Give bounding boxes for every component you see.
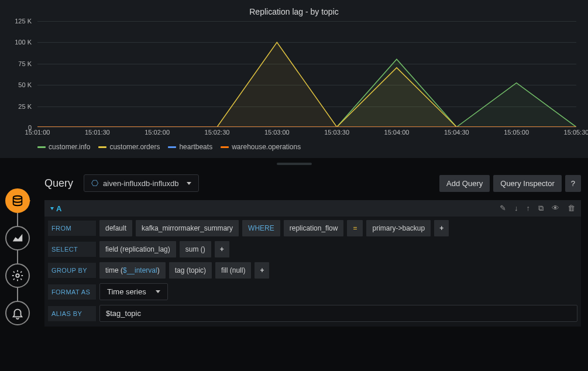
x-tick: 15:03:00: [264, 129, 290, 136]
tab-queries-icon[interactable]: [5, 188, 30, 213]
x-axis: 15:01:0015:01:3015:02:0015:02:3015:03:00…: [37, 129, 576, 138]
resize-handle[interactable]: [277, 163, 312, 165]
x-tick: 15:04:30: [444, 129, 469, 136]
rail-connector: [17, 250, 18, 263]
format-select[interactable]: Time series: [99, 283, 168, 300]
chevron-down-icon: [187, 182, 191, 185]
x-tick: 15:02:30: [205, 129, 230, 136]
from-row: FROM default kafka_mirrormaker_summary W…: [44, 218, 581, 239]
x-tick: 15:05:30: [564, 129, 588, 136]
query-ref-label: A: [50, 204, 61, 213]
chevron-down-icon: [156, 290, 160, 293]
add-query-button[interactable]: Add Query: [439, 175, 490, 192]
legend-swatch: [221, 146, 229, 148]
chart-title: Replication lag - by topic: [7, 5, 581, 21]
legend-swatch: [37, 146, 46, 148]
y-tick: 100 K: [15, 39, 32, 46]
toggle-visibility-icon[interactable]: 👁: [552, 204, 559, 213]
legend-item[interactable]: heartbeats: [168, 143, 212, 151]
help-button[interactable]: ?: [565, 175, 581, 192]
where-tagval-seg[interactable]: primary->backup: [366, 220, 431, 236]
x-tick: 15:01:30: [85, 129, 110, 136]
legend-swatch: [98, 146, 106, 148]
select-field-seg[interactable]: field (replication_lag): [99, 241, 176, 257]
tab-visualization-icon[interactable]: [5, 226, 30, 250]
chart-area[interactable]: 025 K50 K75 K100 K125 K 15:01:0015:01:30…: [7, 21, 581, 138]
x-tick: 15:01:00: [25, 129, 50, 136]
groupby-fill-seg[interactable]: fill (null): [215, 262, 251, 279]
svg-point-2: [13, 196, 22, 200]
query-section-title: Query: [44, 177, 73, 190]
tab-alert-icon[interactable]: [5, 301, 30, 325]
legend-label: customer.orders: [109, 143, 160, 151]
legend-label: customer.info: [49, 143, 90, 151]
x-tick: 15:02:00: [145, 129, 170, 136]
y-tick: 75 K: [18, 60, 32, 67]
query-row-header[interactable]: A ✎ ↓ ↑ ⧉ 👁 🗑: [44, 200, 581, 217]
datasource-picker[interactable]: ⎔ aiven-influxdb-influxdb: [84, 174, 199, 192]
legend-label: heartbeats: [179, 143, 212, 151]
query-body: FROM default kafka_mirrormaker_summary W…: [44, 217, 581, 327]
y-tick: 50 K: [18, 81, 32, 88]
format-value: Time series: [107, 287, 146, 296]
query-header-actions: Add Query Query Inspector ?: [439, 175, 581, 192]
from-label: FROM: [48, 221, 96, 236]
x-tick: 15:05:00: [504, 129, 529, 136]
select-row: SELECT field (replication_lag) sum () +: [44, 239, 581, 260]
duplicate-icon[interactable]: ⧉: [538, 204, 544, 213]
select-add-button[interactable]: +: [215, 241, 229, 257]
x-tick: 15:04:00: [384, 129, 410, 136]
legend-item[interactable]: customer.orders: [98, 143, 160, 151]
datasource-icon: ⎔: [91, 178, 98, 188]
select-label: SELECT: [48, 242, 96, 257]
alias-input[interactable]: [99, 305, 577, 322]
select-agg-seg[interactable]: sum (): [180, 241, 211, 257]
query-header: Query ⎔ aiven-influxdb-influxdb Add Quer…: [37, 167, 588, 200]
where-tagkey-seg[interactable]: replication_flow: [284, 220, 344, 236]
move-down-icon[interactable]: ↓: [514, 204, 518, 213]
svg-point-3: [16, 274, 19, 277]
y-tick: 125 K: [15, 18, 32, 25]
chevron-down-icon: [50, 207, 54, 210]
x-tick: 15:03:30: [324, 129, 349, 136]
format-label: FORMAT AS: [48, 284, 96, 300]
groupby-label: GROUP BY: [48, 263, 96, 278]
from-policy-seg[interactable]: default: [99, 220, 132, 236]
rail-connector: [17, 213, 18, 226]
edit-icon[interactable]: ✎: [500, 204, 506, 213]
tab-settings-icon[interactable]: [5, 263, 30, 288]
legend-item[interactable]: customer.info: [37, 143, 90, 151]
rail-connector: [17, 288, 18, 301]
legend-label: warehouse.operations: [232, 143, 301, 151]
groupby-add-button[interactable]: +: [255, 262, 269, 279]
y-tick: 25 K: [18, 103, 32, 110]
groupby-time-seg[interactable]: time ($__interval): [99, 262, 166, 279]
groupby-tag-seg[interactable]: tag (topic): [169, 262, 212, 279]
where-add-button[interactable]: +: [434, 220, 449, 236]
chart-plot[interactable]: [37, 21, 576, 128]
chart-lines: [37, 21, 576, 127]
legend-item[interactable]: warehouse.operations: [221, 143, 301, 151]
datasource-name: aiven-influxdb-influxdb: [103, 179, 178, 188]
legend-swatch: [168, 146, 176, 148]
where-keyword: WHERE: [242, 220, 280, 236]
from-measurement-seg[interactable]: kafka_mirrormaker_summary: [136, 220, 239, 236]
query-row-actions: ✎ ↓ ↑ ⧉ 👁 🗑: [500, 204, 575, 213]
query-inspector-button[interactable]: Query Inspector: [493, 175, 562, 192]
alias-label: ALIAS BY: [48, 306, 96, 321]
remove-icon[interactable]: 🗑: [568, 204, 575, 213]
query-editor: Query ⎔ aiven-influxdb-influxdb Add Quer…: [0, 167, 588, 327]
chart-legend: customer.infocustomer.ordersheartbeatswa…: [7, 138, 581, 151]
groupby-row: GROUP BY time ($__interval) tag (topic) …: [44, 260, 581, 281]
where-op-seg[interactable]: =: [347, 220, 363, 236]
move-up-icon[interactable]: ↑: [527, 204, 531, 213]
alias-row: ALIAS BY: [44, 303, 581, 324]
editor-side-rail: [4, 188, 32, 325]
y-axis: 025 K50 K75 K100 K125 K: [7, 21, 35, 128]
chart-panel: Replication lag - by topic 025 K50 K75 K…: [0, 0, 588, 158]
format-row: FORMAT AS Time series: [44, 281, 581, 303]
